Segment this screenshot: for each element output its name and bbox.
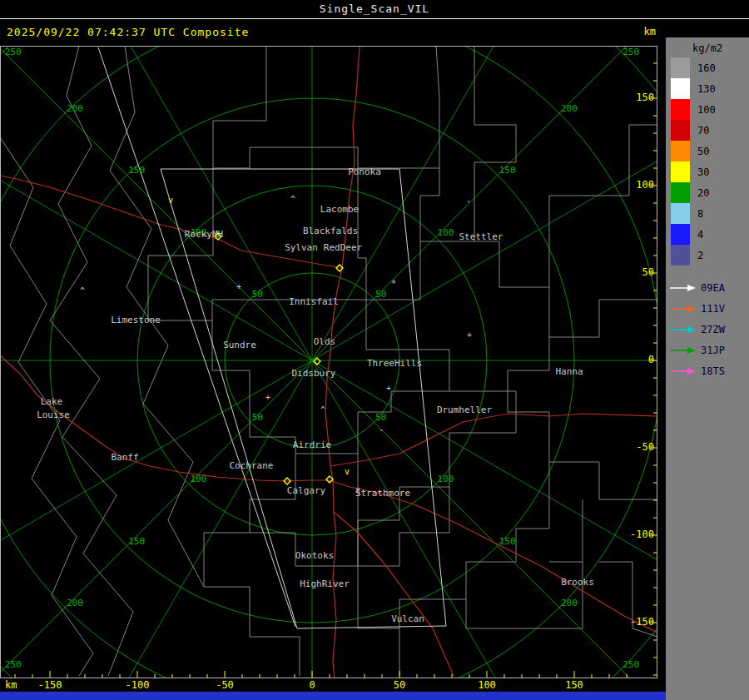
color-scale-row: 130: [666, 78, 749, 99]
color-scale-row: 160: [666, 57, 749, 78]
site-legend-row: 18TS: [666, 360, 749, 381]
town-point-marker: v: [345, 467, 350, 476]
color-swatch: [671, 182, 690, 203]
color-scale-value: 130: [697, 83, 716, 95]
city-label: Sylvan: [285, 242, 318, 253]
site-legend-row: 09EA: [666, 277, 749, 298]
color-scale-value: 50: [697, 146, 709, 157]
color-swatch: [671, 203, 690, 224]
range-ring-label: 250: [623, 47, 639, 57]
range-ring-label: 200: [67, 598, 83, 608]
city-label: Airdrie: [293, 439, 331, 450]
city-label: Hanna: [555, 366, 583, 377]
radar-map[interactable]: 5050505010010010010015015015015020020020…: [0, 46, 657, 678]
x-axis-tick-label: -150: [25, 679, 75, 691]
city-label: Innisfail: [289, 296, 339, 307]
range-ring-label: 100: [191, 474, 207, 484]
town-point-marker: v: [168, 196, 173, 205]
range-radial-line: [0, 46, 312, 360]
city-label: Blackfalds: [303, 226, 358, 236]
city-label: Stettler: [459, 231, 503, 242]
title-bar: Single_Scan_VIL: [0, 0, 749, 19]
county-boundary-line: [358, 462, 549, 628]
city-label: RedDeer: [324, 242, 363, 253]
county-boundary-line: [549, 300, 657, 337]
site-arrow-icon: [670, 304, 697, 314]
color-swatch: [671, 120, 690, 141]
highway-line: [0, 176, 342, 268]
site-arrow-icon: [670, 345, 697, 355]
color-scale-value: 4: [697, 229, 703, 241]
county-boundary-line: [366, 168, 439, 300]
highway-line: [0, 355, 657, 633]
town-point-marker: +: [386, 384, 391, 393]
range-radial-line: [312, 46, 562, 360]
range-radial-line: [312, 46, 657, 360]
color-scale-row: 4: [666, 224, 749, 245]
site-legend-row: 111V: [666, 298, 749, 319]
range-radial-line: [62, 360, 312, 678]
city-label: Lake: [41, 396, 63, 407]
x-axis-tick-label: -50: [200, 679, 250, 691]
range-ring-label: 250: [5, 659, 22, 670]
city-label: Vulcan: [391, 613, 424, 624]
legend-panel: kg/m2 16013010070503020842 09EA111V27ZW3…: [666, 37, 749, 700]
color-scale-row: 100: [666, 99, 749, 120]
range-ring-label: 50: [252, 412, 263, 423]
range-ring-label: 150: [128, 536, 145, 547]
status-bar: [0, 692, 666, 700]
x-axis-tick-label: 100: [462, 679, 512, 691]
range-ring-label: 150: [499, 165, 516, 176]
town-point-marker: +: [265, 393, 270, 402]
town-point-marker: ^: [320, 405, 325, 415]
color-swatch: [671, 224, 690, 245]
county-boundary-line: [508, 287, 657, 499]
y-axis-unit-label: km: [583, 26, 656, 37]
city-label: Louise: [37, 410, 70, 420]
city-label: Didsbury: [292, 368, 336, 379]
range-ring-label: 50: [375, 289, 386, 300]
site-id-label: 111V: [701, 303, 725, 315]
range-ring-label: 100: [437, 474, 454, 484]
range-ring-label: 150: [499, 536, 516, 547]
color-scale-row: 50: [666, 141, 749, 161]
x-axis-unit-label: km: [5, 679, 17, 691]
range-ring-label: 200: [67, 103, 83, 114]
x-axis-tick-label: -100: [112, 679, 162, 691]
town-point-marker: x: [355, 485, 360, 494]
city-label: Lacombe: [320, 204, 359, 215]
radar-app-window: Single_Scan_VIL 2025/09/22 07:42:37 UTC …: [0, 0, 749, 700]
x-axis-labels: km -150-100-50050100150: [0, 679, 662, 692]
site-legend-row: 31JP: [666, 340, 749, 360]
town-point-marker: .: [466, 195, 471, 204]
city-label: Calgary: [287, 485, 326, 496]
color-scale-row: 30: [666, 161, 749, 182]
town-point-marker: *: [391, 279, 396, 288]
range-radial-line: [312, 360, 657, 610]
city-label: Cochrane: [230, 460, 274, 471]
color-swatch: [671, 245, 690, 266]
city-label: Okotoks: [295, 550, 334, 561]
color-scale: 16013010070503020842: [666, 57, 749, 266]
site-arrow-icon: [670, 325, 697, 335]
color-scale-value: 70: [697, 125, 709, 137]
range-ring-label: 150: [128, 165, 145, 176]
color-scale-value: 30: [697, 166, 709, 178]
color-swatch: [671, 57, 690, 78]
county-boundary-line: [599, 562, 657, 637]
color-swatch: [671, 78, 690, 99]
color-scale-row: 20: [666, 182, 749, 203]
city-label: Sundre: [223, 340, 256, 350]
county-boundary-line: [213, 46, 439, 168]
county-boundary-line: [466, 562, 583, 628]
station-diamond-marker: [326, 476, 333, 483]
color-scale-value: 2: [697, 250, 703, 261]
site-arrow-icon: [670, 366, 697, 376]
color-scale-row: 8: [666, 203, 749, 224]
timestamp-label: 2025/09/22 07:42:37 UTC Composite: [7, 26, 249, 38]
site-arrow-icon: [670, 283, 697, 293]
color-scale-value: 160: [697, 62, 716, 74]
app-title: Single_Scan_VIL: [320, 2, 429, 15]
range-ring-label: 200: [561, 598, 578, 608]
range-ring-label: 200: [561, 103, 578, 114]
